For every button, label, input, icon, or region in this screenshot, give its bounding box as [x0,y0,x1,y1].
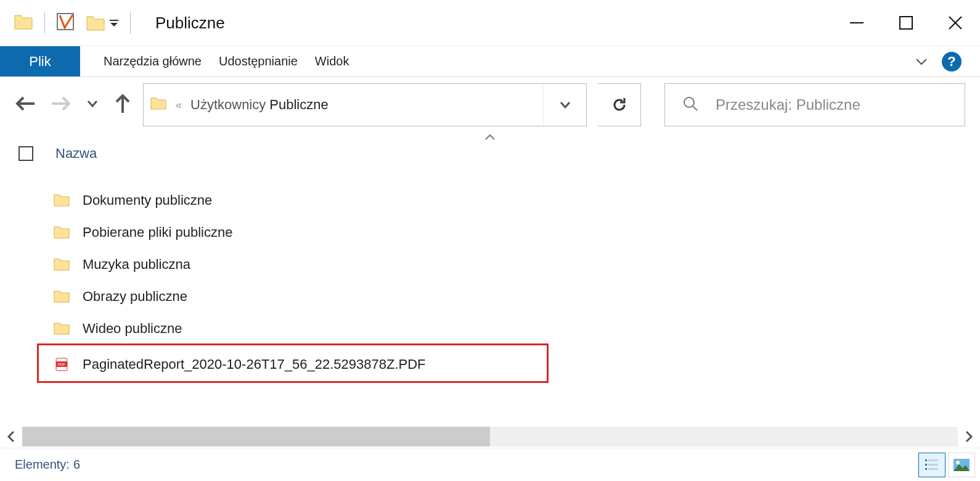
checkbox-icon[interactable] [56,12,75,33]
details-view-button[interactable] [918,453,945,477]
horizontal-scrollbar[interactable] [0,426,980,448]
list-item[interactable]: Muzyka publiczna [52,249,980,281]
folder-icon [52,225,71,240]
ribbon-collapse-button[interactable] [912,52,931,71]
window-title: Publiczne [155,14,225,33]
breadcrumb-dropdown[interactable] [543,84,586,126]
column-name-header[interactable]: Nazwa [55,146,97,162]
help-button[interactable]: ? [942,52,962,72]
item-name: Obrazy publiczne [83,289,187,305]
list-item[interactable]: Obrazy publiczne [52,281,980,313]
view-switcher [918,453,980,477]
file-list: Dokumenty publiczne Pobierane pliki publ… [0,166,980,384]
svg-rect-18 [925,468,927,470]
item-name: Dokumenty publiczne [83,192,212,208]
nav-buttons [15,93,132,117]
refresh-button[interactable] [598,83,641,126]
list-item[interactable]: Dokumenty publiczne [52,184,980,216]
tab-file[interactable]: Plik [0,46,80,76]
folder-icon [14,13,33,33]
tab-share[interactable]: Udostępnianie [210,46,306,76]
address-bar[interactable]: « Użytkownicy Publiczne [143,83,587,126]
item-name: Pobierane pliki publiczne [83,224,232,240]
status-items-count: 6 [73,458,80,472]
scroll-thumb[interactable] [22,427,490,446]
svg-point-9 [684,97,694,107]
nav-collapse-toggle[interactable] [0,133,980,141]
list-item[interactable]: Wideo publiczne [52,313,980,345]
title-bar-left: Publiczne [0,12,225,34]
help-icon: ? [947,54,955,70]
svg-rect-15 [928,459,938,461]
svg-rect-16 [925,464,927,466]
separator [44,12,45,34]
folder-icon [52,193,71,208]
breadcrumb-current[interactable]: Publiczne [269,97,328,113]
svg-rect-14 [925,459,927,461]
window-controls [832,7,980,38]
svg-rect-17 [928,464,938,466]
back-button[interactable] [15,94,36,115]
tab-view[interactable]: Widok [306,46,358,76]
annotation-highlight [37,343,549,383]
item-name: Wideo publiczne [83,321,182,337]
ribbon-right: ? [912,46,980,76]
thumbnails-view-button[interactable] [948,453,975,477]
ribbon-tabs: Plik Narzędzia główne Udostępnianie Wido… [0,46,980,77]
status-bar: Elementy: 6 [0,448,980,481]
status-items-label: Elementy: [15,458,70,472]
scroll-left-button[interactable] [0,426,22,448]
select-all-checkbox[interactable] [18,146,33,161]
forward-button[interactable] [51,94,71,115]
close-button[interactable] [931,7,980,38]
breadcrumb-parent[interactable]: Użytkownicy [190,97,266,113]
svg-rect-1 [110,20,118,21]
search-icon [682,96,698,114]
svg-rect-19 [928,468,938,470]
scroll-right-button[interactable] [958,426,980,448]
list-item[interactable]: Pobierane pliki publiczne [52,216,980,249]
navigation-bar: « Użytkownicy Publiczne [0,77,980,133]
folder-icon [52,257,71,272]
maximize-button[interactable] [881,7,931,38]
qat-folder-dropdown[interactable] [86,14,119,31]
separator [130,12,131,34]
svg-point-21 [956,461,960,464]
list-item[interactable]: PDF PaginatedReport_2020-10-26T17_56_22.… [52,345,980,384]
svg-rect-3 [900,17,912,29]
folder-icon [52,289,71,304]
svg-line-10 [693,106,697,110]
item-name: Muzyka publiczna [83,257,190,273]
folder-icon [52,321,71,336]
breadcrumb-separator: « [176,99,182,112]
tab-home[interactable]: Narzędzia główne [80,46,210,76]
history-dropdown[interactable] [86,97,99,112]
scroll-track[interactable] [22,427,958,446]
up-button[interactable] [113,93,132,117]
title-bar: Publiczne [0,0,980,46]
column-header: Nazwa [0,141,980,166]
folder-icon [150,96,167,113]
search-bar[interactable] [664,83,965,126]
minimize-button[interactable] [832,7,881,38]
search-input[interactable] [716,96,965,113]
